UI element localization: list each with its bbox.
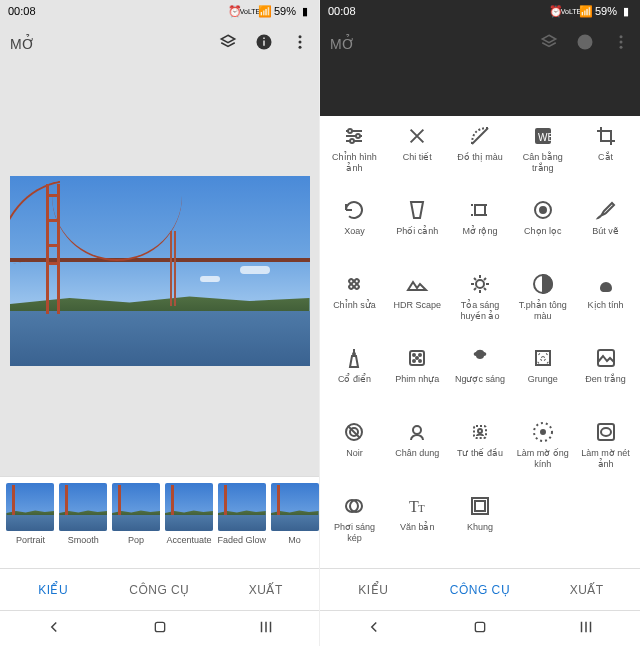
svg-point-18 [356,134,360,138]
back-button[interactable] [45,618,63,640]
filter-item-pop[interactable]: Pop [112,483,161,545]
more-icon[interactable] [291,33,309,55]
text-icon: TT [405,494,429,518]
crop-icon [594,124,618,148]
tool-head-pose[interactable]: Tư thế đầu [450,420,511,490]
tool-retrolux[interactable]: Ngược sáng [450,346,511,416]
tool-lens-blur[interactable]: Làm mờ ống kính [512,420,573,490]
open-button[interactable]: MỞ [10,36,36,52]
tool-bw[interactable]: Đen trắng [575,346,636,416]
svg-rect-2 [263,38,265,40]
tool-brush[interactable]: Bút vẽ [575,198,636,268]
filter-label: Mo [288,535,301,545]
android-navbar [0,610,319,646]
curves-icon [468,124,492,148]
tool-frames[interactable]: Khung [450,494,511,564]
filter-item-smooth[interactable]: Smooth [59,483,108,545]
tool-details[interactable]: Chi tiết [387,124,448,194]
filter-label: Portrait [16,535,45,545]
tab-styles[interactable]: KIỂU [0,569,106,610]
tool-healing[interactable]: Chỉnh sửa [324,272,385,342]
filter-label: Accentuate [166,535,211,545]
volte-icon: VoLTE [565,5,577,17]
tool-vintage[interactable]: Cổ điển [324,346,385,416]
tool-vignette[interactable]: Làm mờ nét ảnh [575,420,636,490]
tool-label: Chỉnh sửa [333,300,376,311]
tool-label: Phơi sáng kép [325,522,383,544]
tool-tune[interactable]: Chỉnh hình ảnh [324,124,385,194]
tool-rotate[interactable]: Xoay [324,198,385,268]
tool-noir[interactable]: Noir [324,420,385,490]
open-button[interactable]: MỞ [330,36,356,52]
filter-item-portrait[interactable]: Portrait [6,483,55,545]
filter-item-mo[interactable]: Mo [270,483,319,545]
svg-point-5 [299,46,302,49]
status-bar: 00:08 ⏰ VoLTE 📶 59% ▮ [320,0,640,22]
tool-label: Chọn lọc [524,226,562,237]
noir-icon [342,420,366,444]
battery-text: 59% [595,5,617,17]
filter-item-faded glow[interactable]: Faded Glow [217,483,266,545]
recents-button[interactable] [577,618,595,640]
filter-item-accentuate[interactable]: Accentuate [164,483,213,545]
more-icon[interactable] [612,33,630,55]
filter-thumb [59,483,107,531]
image-canvas[interactable] [0,66,319,476]
volte-icon: VoLTE [244,5,256,17]
layers-icon[interactable] [219,33,237,55]
filter-thumb [112,483,160,531]
svg-point-46 [601,428,611,436]
recents-button[interactable] [257,618,275,640]
tool-grunge[interactable]: Grunge [512,346,573,416]
tool-label: Grunge [528,374,558,385]
tool-label: Cổ điển [338,374,371,385]
tool-selective[interactable]: Chọn lọc [512,198,573,268]
svg-rect-22 [475,205,485,215]
head-pose-icon [468,420,492,444]
tool-double-exposure[interactable]: Phơi sáng kép [324,494,385,564]
layers-icon[interactable] [540,33,558,55]
svg-point-11 [620,35,623,38]
tab-export[interactable]: XUẤT [533,569,640,610]
svg-point-4 [299,41,302,44]
home-button[interactable] [152,619,168,639]
tool-label: Mở rộng [462,226,497,237]
tool-hdr-scape[interactable]: HDR Scape [387,272,448,342]
tab-export[interactable]: XUẤT [213,569,319,610]
tune-icon [342,124,366,148]
tool-label: Chỉnh hình ảnh [325,152,383,174]
white-balance-icon: WB [531,124,555,148]
tool-perspective[interactable]: Phối cảnh [387,198,448,268]
home-button[interactable] [472,619,488,639]
tool-label: Tư thế đầu [457,448,503,459]
tool-grainy-film[interactable]: Phim nhựa [387,346,448,416]
info-icon[interactable] [576,33,594,55]
tonal-contrast-icon [531,272,555,296]
svg-point-34 [419,360,421,362]
tab-styles[interactable]: KIỂU [320,569,427,610]
phone-screen-tools: 00:08 ⏰ VoLTE 📶 59% ▮ MỞ Chỉnh hình ảnh … [320,0,640,646]
battery-text: 59% [274,5,296,17]
tool-drama[interactable]: Kịch tính [575,272,636,342]
brush-icon [594,198,618,222]
svg-point-42 [478,429,482,433]
tab-tools[interactable]: CÔNG CỤ [106,569,212,610]
svg-point-13 [620,46,623,49]
filter-label: Faded Glow [217,535,266,545]
tab-tools[interactable]: CÔNG CỤ [427,569,534,610]
tool-label: HDR Scape [393,300,441,311]
back-button[interactable] [365,618,383,640]
tool-white-balance[interactable]: WB Cân bằng trắng [512,124,573,194]
svg-point-32 [419,354,421,356]
tool-glamour-glow[interactable]: Tỏa sáng huyền ảo [450,272,511,342]
info-icon[interactable] [255,33,273,55]
tool-crop[interactable]: Cắt [575,124,636,194]
tool-expand[interactable]: Mở rộng [450,198,511,268]
tool-curves[interactable]: Đồ thị màu [450,124,511,194]
signal-icon: 📶 [259,5,271,17]
tool-label: Ngược sáng [455,374,505,385]
filter-thumb [6,483,54,531]
tool-text[interactable]: TT Văn bản [387,494,448,564]
tool-tonal-contrast[interactable]: T.phản tông màu [512,272,573,342]
tool-portrait[interactable]: Chân dung [387,420,448,490]
